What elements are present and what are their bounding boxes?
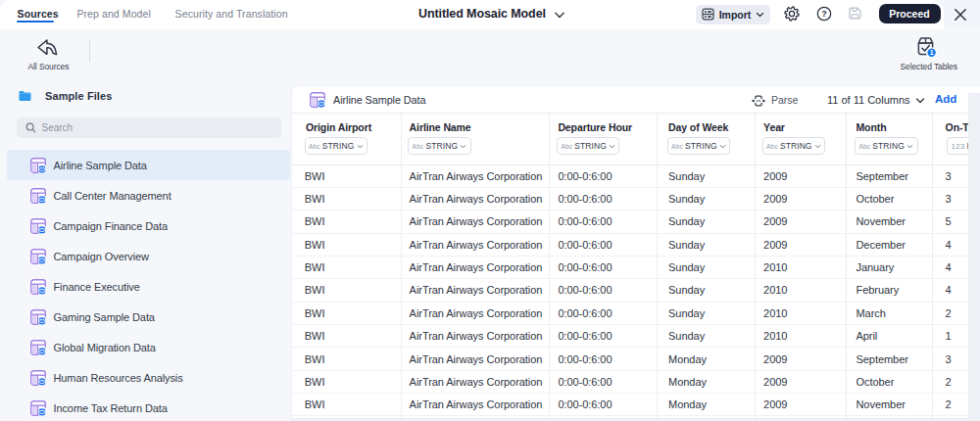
svg-text:?: ? (821, 9, 827, 19)
svg-text:1: 1 (930, 49, 934, 56)
